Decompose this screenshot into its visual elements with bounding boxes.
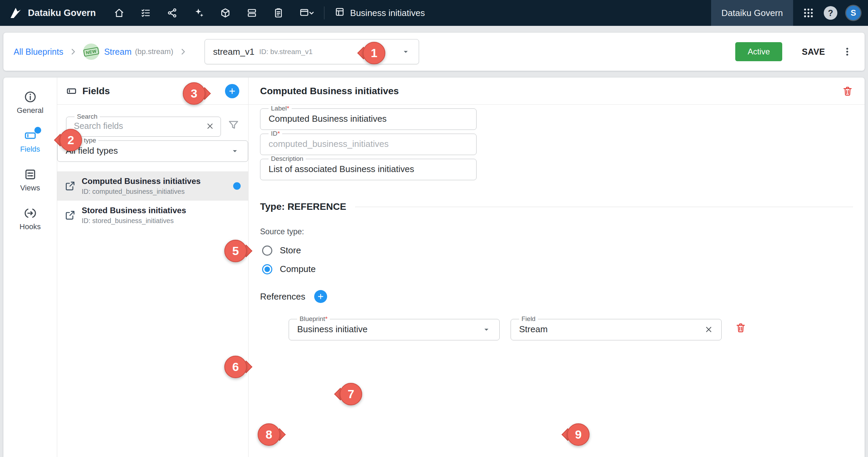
breadcrumb-blueprint-id: (bp.stream) xyxy=(135,47,173,56)
sidebar-item-label: Fields xyxy=(20,145,40,154)
field-value: Stream xyxy=(519,324,548,335)
search-row: Search xyxy=(66,113,239,137)
label-value: Computed Business initiatives xyxy=(269,114,387,124)
radio-store-control[interactable] xyxy=(262,246,272,256)
version-select[interactable]: stream_v1 ID: bv.stream_v1 xyxy=(205,39,419,64)
radio-compute[interactable]: Compute xyxy=(260,264,853,274)
fields-panel: Fields Search xyxy=(57,78,248,457)
field-select[interactable]: Field Stream xyxy=(511,315,722,340)
radio-compute-control[interactable] xyxy=(262,264,272,274)
checklist-icon[interactable] xyxy=(140,7,151,18)
sidebar-item-label: Views xyxy=(20,184,40,192)
topbar-divider xyxy=(324,6,324,19)
topbar-right: Dataiku Govern ? S xyxy=(711,0,868,26)
id-value: computed_business_initiatives xyxy=(269,139,389,149)
dataiku-logo-icon[interactable] xyxy=(9,6,22,20)
user-avatar[interactable]: S xyxy=(846,6,861,20)
cube-icon[interactable] xyxy=(220,7,231,18)
save-button[interactable]: SAVE xyxy=(800,47,827,57)
list-item-computed-business-initiatives[interactable]: Computed Business initiatives ID: comput… xyxy=(57,171,248,201)
apps-grid-icon[interactable] xyxy=(803,7,814,19)
left-rail: General Fields Views Hooks xyxy=(3,78,57,457)
field-form: Label* Computed Business initiatives ID*… xyxy=(248,105,865,457)
references-label: References xyxy=(260,291,305,302)
description-input[interactable]: Description List of associated Business … xyxy=(260,155,477,180)
field-icon xyxy=(24,129,37,142)
clear-search-icon[interactable] xyxy=(206,122,214,131)
body-card: General Fields Views Hooks xyxy=(3,78,865,457)
more-options-icon[interactable] xyxy=(840,46,854,57)
fields-panel-title: Fields xyxy=(82,86,110,97)
id-input: ID* computed_business_initiatives xyxy=(260,130,477,155)
list-item-title: Computed Business initiatives xyxy=(82,176,200,186)
sidebar-item-views[interactable]: Views xyxy=(3,163,57,197)
type-heading-row: Type: REFERENCE xyxy=(260,201,853,212)
list-item-id: ID: stored_business_initiatives xyxy=(82,217,186,225)
clipboard-icon[interactable] xyxy=(273,7,284,18)
type-heading: Type: REFERENCE xyxy=(260,201,346,212)
radio-store[interactable]: Store xyxy=(260,245,853,256)
add-reference-button[interactable] xyxy=(314,290,327,303)
chevron-down-icon xyxy=(230,146,240,156)
field-type-value: All field types xyxy=(66,146,118,156)
version-name: stream_v1 xyxy=(213,47,254,57)
delete-field-icon[interactable] xyxy=(842,86,853,97)
app-title: Dataiku Govern xyxy=(28,8,96,18)
delete-reference-icon[interactable] xyxy=(735,322,746,333)
external-link-icon xyxy=(65,181,76,191)
list-item-id: ID: computed_business_initiatives xyxy=(82,188,200,196)
search-input[interactable] xyxy=(73,121,206,131)
selected-dot xyxy=(233,182,241,190)
clear-field-icon[interactable] xyxy=(704,325,713,334)
sidebar-item-general[interactable]: General xyxy=(3,86,57,120)
field-icon xyxy=(66,86,77,97)
source-type-label: Source type: xyxy=(260,227,853,236)
description-value: List of associated Business initiatives xyxy=(269,164,414,174)
blueprint-select[interactable]: Blueprint* Business initiative xyxy=(289,315,500,340)
topbar-nav xyxy=(114,7,314,18)
app-root: Dataiku Govern xyxy=(0,0,868,457)
version-id: ID: bv.stream_v1 xyxy=(259,48,312,56)
new-badge-icon: NEW xyxy=(83,44,99,60)
search-label: Search xyxy=(77,113,97,120)
help-button[interactable]: ? xyxy=(824,6,837,20)
chevron-right-icon xyxy=(179,47,188,56)
search-fieldset[interactable]: Search xyxy=(66,113,221,137)
topbar: Dataiku Govern xyxy=(0,0,868,26)
rows-icon[interactable] xyxy=(246,7,257,18)
home-icon[interactable] xyxy=(114,7,125,18)
references-row: References xyxy=(260,290,853,303)
chevron-right-icon xyxy=(69,47,78,56)
breadcrumb-bar: All Blueprints NEW Stream (bp.stream) st… xyxy=(3,33,865,71)
list-item-text: Stored Business initiatives ID: stored_b… xyxy=(82,206,186,225)
content-header: Computed Business initiatives xyxy=(248,78,865,105)
current-page[interactable]: Business initiatives xyxy=(335,7,425,19)
env-switcher[interactable]: Dataiku Govern xyxy=(711,0,793,26)
fields-list: Computed Business initiatives ID: comput… xyxy=(57,171,248,230)
label-input[interactable]: Label* Computed Business initiatives xyxy=(260,105,477,130)
sidebar-item-hooks[interactable]: Hooks xyxy=(3,202,57,236)
content-title: Computed Business initiatives xyxy=(260,86,399,97)
graph-icon[interactable] xyxy=(167,7,178,18)
views-icon xyxy=(24,168,37,181)
hooks-icon xyxy=(24,207,37,220)
reference-fields-row: Blueprint* Business initiative Field Str… xyxy=(289,315,853,340)
breadcrumb-blueprint[interactable]: Stream xyxy=(104,47,132,57)
breadcrumb-all-blueprints[interactable]: All Blueprints xyxy=(14,47,63,57)
divider xyxy=(355,207,853,207)
field-type-label: Field type xyxy=(68,137,96,144)
chevron-down-icon xyxy=(482,325,491,334)
sidebar-item-fields[interactable]: Fields xyxy=(3,124,57,158)
list-item-stored-business-initiatives[interactable]: Stored Business initiatives ID: stored_b… xyxy=(57,201,248,230)
page-title: Business initiatives xyxy=(350,8,425,18)
sidebar-item-label: Hooks xyxy=(19,222,41,231)
sparkles-icon[interactable] xyxy=(193,7,204,18)
main-content: Computed Business initiatives Label* Com… xyxy=(248,78,865,457)
filter-funnel-icon[interactable] xyxy=(228,119,239,131)
field-type-select[interactable]: Field type All field types xyxy=(57,137,248,162)
add-field-button[interactable] xyxy=(225,84,239,98)
sidebar-item-label: General xyxy=(17,106,43,115)
window-dropdown-icon[interactable] xyxy=(300,7,314,18)
active-status-button[interactable]: Active xyxy=(735,42,782,61)
info-icon xyxy=(24,90,37,103)
